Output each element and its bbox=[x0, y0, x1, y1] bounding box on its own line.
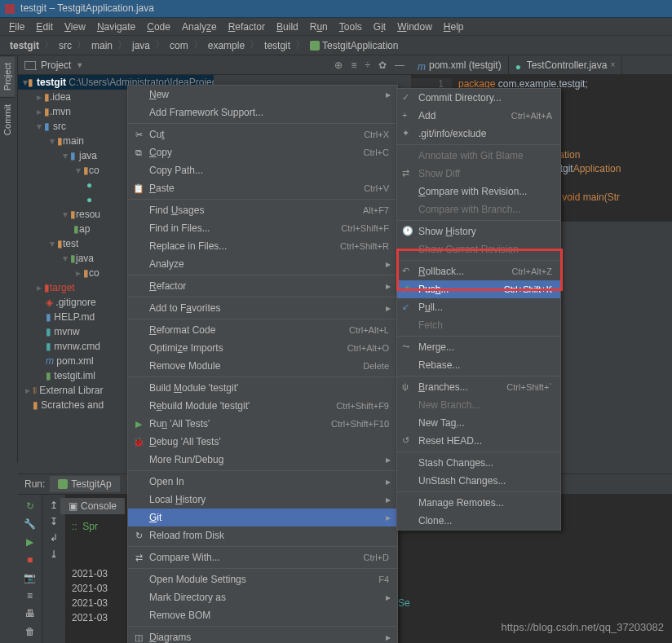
gutter-project[interactable]: Project bbox=[0, 55, 15, 97]
git-show-history[interactable]: 🕐Show History bbox=[397, 222, 560, 240]
menu-remove-module[interactable]: Remove ModuleDelete bbox=[128, 357, 397, 375]
menu-edit[interactable]: Edit bbox=[30, 19, 59, 35]
git-unstash[interactable]: UnStash Changes... bbox=[397, 472, 560, 490]
menu-tools[interactable]: Tools bbox=[334, 19, 368, 35]
run-tab[interactable]: TestgitAp bbox=[50, 476, 119, 492]
git-annotate[interactable]: Annotate with Git Blame bbox=[397, 147, 560, 165]
menu-mark-directory[interactable]: Mark Directory as▸ bbox=[128, 588, 397, 606]
close-icon[interactable]: × bbox=[610, 60, 615, 69]
wrench-icon[interactable]: 🔧 bbox=[24, 517, 37, 531]
menu-local-history[interactable]: Local History▸ bbox=[128, 491, 397, 509]
menu-paste[interactable]: 📋PasteCtrl+V bbox=[128, 179, 397, 197]
bc-main[interactable]: main bbox=[88, 40, 116, 51]
diff-icon: ⇄ bbox=[402, 168, 413, 179]
menu-help[interactable]: Help bbox=[438, 19, 470, 35]
editor-tab-pom[interactable]: mpom.xml (testgit) bbox=[411, 56, 509, 74]
menu-new[interactable]: New▸ bbox=[128, 86, 397, 103]
menu-add-favorites[interactable]: Add to Favorites▸ bbox=[128, 299, 397, 317]
bc-example[interactable]: example bbox=[205, 40, 248, 51]
menu-run-all[interactable]: ▶Run 'All Tests'Ctrl+Shift+F10 bbox=[128, 415, 397, 433]
menu-git[interactable]: Git bbox=[368, 19, 391, 35]
hide-icon[interactable]: — bbox=[395, 59, 405, 71]
menu-diagrams[interactable]: ◫Diagrams▸ bbox=[128, 628, 397, 643]
menu-refactor[interactable]: Refactor bbox=[223, 19, 271, 35]
collapse-all-icon[interactable]: ÷ bbox=[365, 59, 370, 71]
print-icon[interactable]: 🖶 bbox=[24, 607, 37, 620]
chevron-down-icon[interactable]: ▼ bbox=[76, 61, 83, 69]
git-new-branch[interactable]: New Branch... bbox=[397, 396, 560, 414]
git-info-exclude[interactable]: ✦.git/info/exclude bbox=[397, 125, 560, 143]
bc-testgit[interactable]: testgit bbox=[261, 40, 294, 51]
git-stash[interactable]: Stash Changes... bbox=[397, 454, 560, 472]
rerun-icon[interactable]: ↻ bbox=[24, 500, 37, 513]
bc-com[interactable]: com bbox=[166, 40, 192, 51]
soft-wrap-icon[interactable]: ↲ bbox=[50, 532, 58, 544]
menu-find-usages[interactable]: Find UsagesAlt+F7 bbox=[128, 201, 397, 219]
scroll-bottom-icon[interactable]: ↧ bbox=[50, 516, 58, 527]
play-icon[interactable]: ▶ bbox=[24, 535, 37, 548]
editor-tab-controller[interactable]: ●TestController.java× bbox=[509, 56, 623, 74]
menu-refactor[interactable]: Refactor▸ bbox=[128, 277, 397, 295]
menu-git-submenu[interactable]: Git▸ bbox=[128, 509, 397, 526]
settings-icon[interactable]: ✿ bbox=[378, 59, 387, 71]
git-compare-branch[interactable]: Compare with Branch... bbox=[397, 200, 560, 218]
menu-optimize-imports[interactable]: Optimize ImportsCtrl+Alt+O bbox=[128, 339, 397, 357]
stop-icon[interactable]: ■ bbox=[24, 553, 37, 566]
menu-analyze[interactable]: Analyze bbox=[176, 19, 223, 35]
scroll-end-icon[interactable]: ⤓ bbox=[50, 548, 58, 560]
git-pull[interactable]: ↙Pull... bbox=[397, 298, 560, 316]
gutter-commit[interactable]: Commit bbox=[0, 97, 15, 142]
menu-build[interactable]: Build bbox=[271, 19, 304, 35]
bc-src[interactable]: src bbox=[55, 40, 75, 51]
menu-code[interactable]: Code bbox=[141, 19, 176, 35]
menu-file[interactable]: File bbox=[3, 19, 30, 35]
menu-open-module-settings[interactable]: Open Module SettingsF4 bbox=[128, 570, 397, 588]
menu-debug-all[interactable]: 🐞Debug 'All Tests' bbox=[128, 433, 397, 451]
git-manage-remotes[interactable]: Manage Remotes... bbox=[397, 494, 560, 512]
menu-more-run[interactable]: More Run/Debug▸ bbox=[128, 451, 397, 469]
menu-reformat[interactable]: Reformat CodeCtrl+Alt+L bbox=[128, 321, 397, 339]
menu-copypath[interactable]: Copy Path... bbox=[128, 161, 397, 179]
menu-find-files[interactable]: Find in Files...Ctrl+Shift+F bbox=[128, 219, 397, 237]
git-reset-head[interactable]: ↺Reset HEAD... bbox=[397, 432, 560, 450]
locate-icon[interactable]: ⊕ bbox=[334, 59, 343, 71]
git-clone[interactable]: Clone... bbox=[397, 512, 560, 530]
menu-build-module[interactable]: Build Module 'testgit' bbox=[128, 379, 397, 397]
layout-icon[interactable]: ≡ bbox=[24, 589, 37, 602]
git-show-current-rev[interactable]: Show Current Revision bbox=[397, 240, 560, 258]
trash-icon[interactable]: 🗑 bbox=[24, 625, 37, 638]
menu-view[interactable]: View bbox=[59, 19, 91, 35]
git-show-diff[interactable]: ⇄Show Diff bbox=[397, 165, 560, 183]
bc-java[interactable]: java bbox=[129, 40, 153, 51]
menu-reload-disk[interactable]: ↻Reload from Disk bbox=[128, 526, 397, 544]
menu-navigate[interactable]: Navigate bbox=[91, 19, 141, 35]
expand-all-icon[interactable]: ≡ bbox=[351, 59, 356, 71]
camera-icon[interactable]: 📷 bbox=[24, 571, 37, 584]
git-rollback[interactable]: ↶Rollback...Ctrl+Alt+Z bbox=[397, 262, 560, 280]
menu-rebuild-module[interactable]: Rebuild Module 'testgit'Ctrl+Shift+F9 bbox=[128, 397, 397, 415]
git-merge[interactable]: ⤳Merge... bbox=[397, 338, 560, 356]
console-tab[interactable]: ▣Console bbox=[65, 498, 125, 514]
bc-root[interactable]: testgit bbox=[7, 40, 42, 51]
menu-compare-with[interactable]: ⇄Compare With...Ctrl+D bbox=[128, 548, 397, 566]
menu-open-in[interactable]: Open In▸ bbox=[128, 473, 397, 491]
menu-analyze[interactable]: Analyze▸ bbox=[128, 255, 397, 273]
menu-copy[interactable]: ⧉CopyCtrl+C bbox=[128, 143, 397, 161]
menu-replace-files[interactable]: Replace in Files...Ctrl+Shift+R bbox=[128, 237, 397, 255]
git-new-tag[interactable]: New Tag... bbox=[397, 414, 560, 432]
menu-add-framework[interactable]: Add Framework Support... bbox=[128, 103, 397, 121]
git-commit-dir[interactable]: ✓Commit Directory... bbox=[397, 89, 560, 107]
bc-class[interactable]: TestgitApplication bbox=[307, 40, 401, 51]
git-rebase[interactable]: Rebase... bbox=[397, 356, 560, 374]
menu-window[interactable]: Window bbox=[391, 19, 438, 35]
git-compare-revision[interactable]: Compare with Revision... bbox=[397, 183, 560, 200]
menu-run[interactable]: Run bbox=[304, 19, 334, 35]
menu-remove-bom[interactable]: Remove BOM bbox=[128, 606, 397, 624]
scroll-top-icon[interactable]: ↥ bbox=[50, 500, 58, 511]
git-add[interactable]: +AddCtrl+Alt+A bbox=[397, 107, 560, 125]
git-fetch[interactable]: Fetch bbox=[397, 316, 560, 334]
git-branches[interactable]: ψBranches...Ctrl+Shift+` bbox=[397, 378, 560, 396]
menu-cut[interactable]: ✂CutCtrl+X bbox=[128, 126, 397, 143]
project-tool-title[interactable]: Project bbox=[41, 59, 71, 71]
git-push[interactable]: ↗Push...Ctrl+Shift+K bbox=[397, 280, 560, 298]
